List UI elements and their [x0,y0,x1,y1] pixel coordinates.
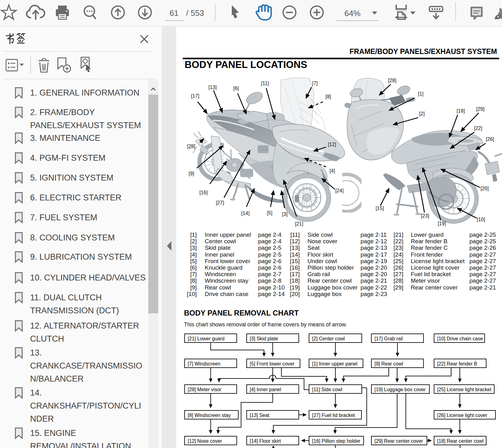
svg-text:[20]: [20] [481,186,489,191]
svg-text:[27]: [27] [216,200,224,205]
svg-text:[21] Lower guard: [21] Lower guard [188,336,225,341]
svg-text:[22]: [22] [474,126,482,131]
svg-text:[19] Luggage box cover: [19] Luggage box cover [374,387,426,392]
svg-text:[9] Rear cowl: [9] Rear cowl [374,361,403,366]
svg-text:[3] Skid plate: [3] Skid plate [250,336,278,341]
svg-text:[13]: [13] [208,85,217,90]
svg-text:[21]: [21] [295,221,303,226]
svg-text:[11] Side cowl: [11] Side cowl [312,387,342,392]
svg-text:[26] License light cover: [26] License light cover [437,413,487,418]
svg-text:[4]: [4] [329,168,335,173]
svg-text:[16] Pillion step holder: [16] Pillion step holder [312,438,360,444]
svg-text:[16]: [16] [199,190,208,195]
svg-text:[4] Inner panel: [4] Inner panel [250,387,281,392]
svg-text:[28] Meter visor: [28] Meter visor [188,387,222,392]
svg-text:[2] Center cowl: [2] Center cowl [312,336,345,341]
svg-text:[2]: [2] [419,111,425,116]
svg-text:[7] Windscreen: [7] Windscreen [188,361,220,366]
svg-text:[9]: [9] [189,171,194,176]
svg-text:[5] Front lower cover: [5] Front lower cover [250,361,294,366]
svg-text:[14]: [14] [241,211,250,216]
svg-text:[18] Rear center cowl: [18] Rear center cowl [437,438,483,444]
svg-text:[10]: [10] [477,217,485,222]
svg-text:[12]: [12] [328,142,336,147]
svg-text:[1]: [1] [418,91,424,96]
svg-text:[3]: [3] [282,212,288,217]
svg-text:[10] Drive chain case: [10] Drive chain case [437,336,483,341]
svg-text:[12] Nose cover: [12] Nose cover [188,438,222,444]
svg-text:[29] Rear center cover: [29] Rear center cover [374,438,423,444]
svg-text:[23]: [23] [421,213,429,218]
svg-text:[28]: [28] [388,78,397,83]
svg-text:[19]: [19] [438,221,446,226]
svg-text:[14] Floor skirt: [14] Floor skirt [250,438,281,444]
svg-text:[18]: [18] [457,108,465,114]
svg-text:/ 553: / 553 [186,8,204,18]
svg-text:[11]: [11] [261,81,269,86]
svg-text:[25]: [25] [187,144,195,149]
svg-text:[1] Inner upper panel: [1] Inner upper panel [312,361,357,366]
svg-text:[13] Seat: [13] Seat [250,413,270,418]
svg-text:[8]: [8] [325,94,331,99]
svg-text:[27] Fuel lid bracket: [27] Fuel lid bracket [312,413,355,418]
svg-text:[22] Rear fender B: [22] Rear fender B [437,361,477,366]
svg-text:[17]: [17] [191,93,199,99]
svg-text:61: 61 [170,8,179,18]
svg-text:[26]: [26] [486,137,494,142]
svg-text:[8] Windscreen stay: [8] Windscreen stay [188,413,231,418]
svg-text:[15]: [15] [376,206,384,211]
svg-text:[5]: [5] [267,210,272,216]
svg-text:[6]: [6] [233,86,239,91]
svg-text:[7]: [7] [312,81,318,86]
svg-text:64%: 64% [344,9,361,18]
svg-text:[29]: [29] [476,106,485,112]
svg-text:[25] License light bracket: [25] License light bracket [437,387,491,392]
svg-text:[24]: [24] [335,188,344,193]
svg-text:[17] Grab rail: [17] Grab rail [374,336,403,341]
